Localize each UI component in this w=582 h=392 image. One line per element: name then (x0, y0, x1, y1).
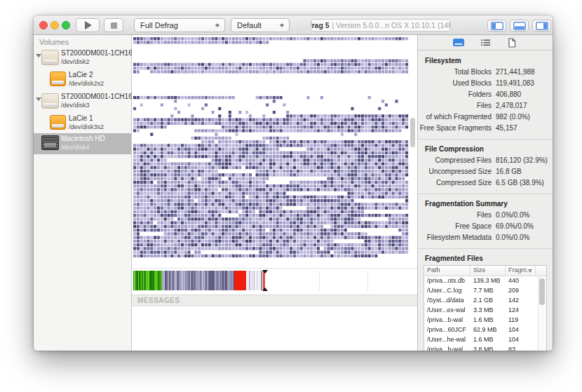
tab-file-info[interactable] (504, 37, 520, 48)
table-row[interactable]: /Syst...d/data2.1 GB142 (424, 296, 546, 306)
tab-filesystem-info[interactable] (451, 37, 466, 48)
position-marker-bottom-icon (262, 288, 268, 291)
bottom-panel-icon (513, 22, 526, 30)
disclosure-triangle-icon[interactable] (36, 54, 41, 58)
fragmented-files-title: Fragmented Files (425, 255, 553, 262)
desktop: Full Defrag Default iDefrag 5 | Version … (0, 0, 582, 392)
section-title-2: Fragmentation Summary (425, 200, 553, 208)
stat-value: 16.8 GB (496, 166, 522, 177)
external-drive-icon (41, 50, 59, 65)
volume-item-4[interactable]: Macintosh HD/dev/disk4 (34, 133, 131, 154)
sidebar-header: Volumes (39, 38, 69, 46)
stat-row: Files0.0%/0.0% (418, 210, 553, 221)
cell: /priva...b-wal (424, 316, 471, 325)
chevron-up-down-icon (279, 21, 285, 29)
table-scrollbar-thumb[interactable] (539, 278, 545, 305)
table-scrollbar-track[interactable] (538, 276, 546, 351)
defrag-mode-select[interactable]: Full Defrag (134, 18, 225, 32)
inspector-panel: FilesystemTotal Blocks271,441,988Used Bl… (417, 35, 553, 351)
drive-tab-icon (452, 38, 465, 47)
titlebar[interactable]: Full Defrag Default iDefrag 5 | Version … (34, 15, 553, 35)
tab-details-list[interactable] (478, 37, 493, 48)
stat-label: Uncompressed Size (418, 166, 492, 177)
overview-bar-canvas[interactable] (133, 271, 410, 290)
toggle-bottom-panel-button[interactable] (510, 20, 529, 32)
section-divider (418, 248, 553, 249)
close-window-button[interactable] (39, 21, 48, 29)
profile-select[interactable]: Default (231, 18, 290, 32)
table-row[interactable]: /priva...b-wal3.8 MB83 (424, 345, 546, 351)
cell: 3.3 MB (471, 306, 506, 316)
stat-row: Folders406,880 (418, 89, 553, 100)
volume-name: LaCie 1 (69, 114, 93, 122)
right-panel-icon (536, 22, 548, 30)
table-row[interactable]: /priva...ots.db139.3 MB440 (424, 276, 546, 286)
cell: 124 (506, 306, 536, 316)
table-row[interactable]: /User...C.log7.7 MB209 (424, 286, 546, 296)
volume-item-3[interactable]: LaCie 1/dev/disk3s2 (34, 113, 131, 134)
stat-label: Used Blocks (418, 78, 492, 89)
volume-name: Macintosh HD (61, 135, 105, 142)
orange-drive-icon (50, 115, 66, 130)
map-scrollbar-thumb[interactable] (410, 118, 415, 147)
zoom-window-button[interactable] (62, 21, 70, 29)
stat-value: 982 (0.0%) (496, 111, 530, 123)
stat-row: Files2,478,017 (418, 100, 553, 111)
cell: /priva...ots.db (424, 276, 471, 286)
toggle-right-panel-button[interactable] (532, 20, 551, 32)
stat-row: Free Space Fragments45,157 (418, 123, 553, 134)
messages-header: MESSAGES (132, 295, 417, 306)
cell: 83 (506, 345, 536, 351)
volume-item-0[interactable]: ST2000DM001-1CH164/dev/disk2 (34, 48, 131, 69)
start-defrag-button[interactable] (76, 18, 100, 32)
play-icon (85, 21, 92, 29)
cell: 62.9 MB (471, 325, 506, 335)
cell: 1.6 MB (471, 316, 506, 325)
stop-icon (111, 22, 117, 29)
stat-value: 6.5 GB (38.9%) (496, 177, 544, 189)
table-row[interactable]: /User...ex-wal3.3 MB124 (424, 306, 546, 316)
stat-value: 406,880 (496, 89, 521, 100)
app-version: | Version 5.0.0...n OS X 10.10.1 (14B25) (332, 21, 451, 29)
column-header-fragm[interactable]: Fragm... (506, 266, 536, 276)
stat-row: Free Space69.0%/0.0% (418, 221, 553, 232)
table-row[interactable]: /User...he-wal1.6 MB104 (424, 335, 546, 345)
list-tab-icon (480, 39, 491, 47)
fragmented-files-table: PathSizeFragm... /priva...ots.db139.3 MB… (424, 265, 547, 351)
stop-defrag-button[interactable] (104, 18, 123, 32)
stat-row: Total Blocks271,441,988 (418, 67, 553, 78)
table-row[interactable]: /priva...60JCF62.9 MB104 (424, 325, 546, 335)
position-marker-top-icon (262, 270, 268, 273)
cell: 104 (506, 325, 536, 335)
cell: 3.8 MB (471, 345, 506, 351)
stat-label: Filesystem Metadata (418, 232, 492, 243)
cell: 139.3 MB (471, 276, 506, 286)
defrag-mode-value: Full Defrag (140, 21, 178, 29)
app-name: iDefrag 5 (311, 21, 330, 29)
stat-value: 816,120 (32.9%) (496, 155, 548, 166)
stat-value: 45,157 (496, 123, 517, 134)
stat-label: Free Space (418, 221, 492, 232)
messages-header-label: MESSAGES (137, 297, 180, 304)
volume-item-1[interactable]: LaCie 2/dev/disk2s2 (34, 69, 131, 90)
overview-bar[interactable] (133, 271, 410, 290)
column-header-size[interactable]: Size (471, 266, 506, 276)
stat-value: 2,478,017 (496, 100, 527, 111)
column-header-path[interactable]: Path (424, 266, 471, 276)
volume-item-2[interactable]: ST2000DM001-1CH164/dev/disk3 (34, 91, 131, 112)
cell: /User...ex-wal (424, 306, 471, 316)
volume-name: ST2000DM001-1CH164 (61, 93, 136, 100)
minimize-window-button[interactable] (50, 21, 59, 29)
section-divider (418, 139, 553, 140)
cell: 119 (506, 316, 536, 325)
inspector-body: FilesystemTotal Blocks271,441,988Used Bl… (418, 51, 553, 351)
block-map-canvas[interactable] (133, 37, 410, 261)
disclosure-triangle-icon[interactable] (36, 97, 41, 101)
toggle-left-panel-button[interactable] (487, 20, 506, 32)
table-row[interactable]: /priva...b-wal1.6 MB119 (424, 316, 546, 325)
volume-name: ST2000DM001-1CH164 (61, 49, 136, 57)
messages-log[interactable] (132, 307, 417, 351)
stat-label: Folders (418, 89, 492, 100)
stat-label: Compressed Size (418, 177, 492, 189)
stat-value: 119,491,083 (496, 78, 534, 89)
